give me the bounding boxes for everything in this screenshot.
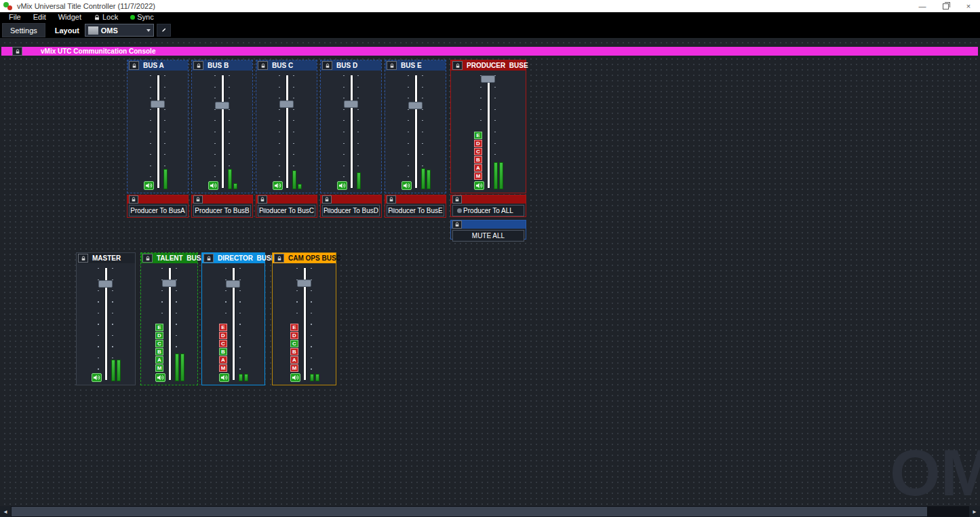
settings-button[interactable]: Settings (2, 23, 45, 37)
speaker-icon[interactable] (92, 373, 102, 382)
lock-icon[interactable] (452, 195, 462, 204)
bus-letter-m[interactable]: M (290, 364, 298, 372)
lock-icon[interactable] (78, 254, 88, 263)
bus-letter-b[interactable]: B (219, 348, 227, 356)
lock-icon[interactable] (258, 61, 268, 70)
speaker-icon[interactable] (474, 181, 484, 190)
fader-track[interactable] (351, 75, 353, 188)
bus-letter-m[interactable]: M (219, 364, 227, 372)
close-button[interactable]: × (957, 0, 980, 12)
action-button-label-area[interactable]: Producer To BusD (322, 205, 380, 216)
action-button-label-area[interactable]: Producer To ALL (452, 205, 524, 216)
menu-edit[interactable]: Edit (27, 12, 52, 22)
speaker-icon[interactable] (401, 181, 412, 190)
speaker-icon[interactable] (290, 373, 300, 382)
fader-handle[interactable] (481, 75, 495, 83)
action-button-producer-to-busd[interactable]: Producer To BusD (320, 195, 382, 218)
lock-icon[interactable] (203, 254, 214, 263)
speaker-icon[interactable] (208, 181, 218, 190)
menu-widget[interactable]: Widget (52, 12, 87, 22)
bus-letter-d[interactable]: D (290, 332, 298, 339)
lock-icon[interactable] (258, 195, 267, 204)
menu-sync[interactable]: Sync (124, 12, 159, 22)
bus-letter-b[interactable]: B (290, 348, 298, 356)
action-button-mute-all[interactable]: MUTE ALL (450, 220, 526, 240)
bus-letter-e[interactable]: E (219, 324, 227, 331)
lock-icon[interactable] (387, 195, 396, 204)
fader-track[interactable] (157, 75, 159, 188)
action-button-label-area[interactable]: Producer To BusC (258, 205, 315, 216)
speaker-icon[interactable] (219, 373, 229, 382)
horizontal-scrollbar[interactable]: ◄ ► (0, 506, 980, 517)
bus-letter-b[interactable]: B (474, 156, 482, 164)
lock-icon[interactable] (193, 195, 203, 204)
bus-letter-c[interactable]: C (290, 340, 298, 347)
bus-letter-a[interactable]: A (290, 356, 298, 364)
bus-letter-e[interactable]: E (290, 324, 298, 331)
action-button-producer-to-busa[interactable]: Producer To BusA (127, 195, 189, 218)
speaker-icon[interactable] (144, 181, 154, 190)
bus-letter-d[interactable]: D (474, 140, 482, 147)
scrollbar-thumb[interactable] (12, 507, 927, 516)
action-button-label-area[interactable]: MUTE ALL (452, 230, 524, 242)
bus-letter-d[interactable]: D (155, 332, 163, 339)
fader-handle[interactable] (226, 280, 240, 288)
console-banner[interactable]: vMix UTC Communitcation Console (1, 47, 978, 56)
lock-icon[interactable] (322, 61, 332, 70)
bus-letter-c[interactable]: C (219, 340, 227, 347)
lock-icon[interactable] (452, 221, 462, 229)
fader-handle[interactable] (408, 102, 423, 109)
menu-lock[interactable]: Lock (87, 12, 124, 22)
scroll-left-button[interactable]: ◄ (0, 506, 11, 517)
layout-select[interactable]: OMS (85, 24, 154, 37)
action-button-label-area[interactable]: Producer To BusE (387, 205, 444, 216)
bus-letter-d[interactable]: D (219, 332, 227, 339)
fader-handle[interactable] (162, 280, 176, 287)
action-button-producer-to-busb[interactable]: Producer To BusB (191, 195, 253, 218)
bus-letter-m[interactable]: M (155, 364, 163, 372)
fader-handle[interactable] (279, 100, 294, 108)
action-button-producer-to-busc[interactable]: Producer To BusC (256, 195, 317, 218)
bus-letter-m[interactable]: M (474, 172, 482, 180)
lock-icon[interactable] (129, 195, 138, 204)
lock-icon[interactable] (452, 61, 463, 70)
edit-layout-button[interactable] (157, 24, 171, 37)
fader-track[interactable] (488, 75, 490, 188)
bus-letter-e[interactable]: E (474, 132, 482, 139)
action-button-producer-to-all[interactable]: Producer To ALL (450, 195, 526, 217)
bus-letter-a[interactable]: A (474, 164, 482, 172)
bus-letter-c[interactable]: C (155, 340, 163, 347)
bus-letter-e[interactable]: E (155, 324, 163, 331)
speaker-icon[interactable] (155, 373, 165, 382)
action-button-producer-to-buse[interactable]: Producer To BusE (385, 195, 446, 218)
lock-icon[interactable] (387, 61, 397, 70)
minimize-button[interactable]: — (911, 0, 934, 12)
bus-letter-a[interactable]: A (219, 356, 227, 364)
fader-track[interactable] (222, 75, 224, 188)
speaker-icon[interactable] (273, 181, 283, 190)
scroll-right-button[interactable]: ► (969, 506, 980, 517)
fader-track[interactable] (415, 75, 417, 188)
fader-handle[interactable] (98, 280, 113, 288)
speaker-icon[interactable] (337, 181, 347, 190)
lock-icon[interactable] (193, 61, 203, 70)
fader-handle[interactable] (151, 100, 165, 108)
action-button-label-area[interactable]: Producer To BusA (129, 205, 187, 216)
lock-icon[interactable] (12, 47, 22, 56)
bus-letter-b[interactable]: B (155, 348, 163, 356)
level-meter-bar (499, 162, 503, 189)
action-button-label-area[interactable]: Producer To BusB (193, 205, 251, 216)
fader-track[interactable] (286, 75, 288, 188)
lock-icon[interactable] (322, 195, 332, 204)
bus-letter-a[interactable]: A (155, 356, 163, 364)
fader-handle[interactable] (297, 280, 311, 287)
menu-file[interactable]: File (3, 12, 27, 22)
layout-label[interactable]: Layout (55, 26, 79, 35)
restore-button[interactable] (934, 0, 957, 12)
fader-handle[interactable] (344, 100, 358, 108)
lock-icon[interactable] (142, 254, 153, 263)
lock-icon[interactable] (274, 254, 284, 263)
lock-icon[interactable] (129, 61, 139, 70)
fader-handle[interactable] (215, 102, 229, 109)
bus-letter-c[interactable]: C (474, 148, 482, 155)
